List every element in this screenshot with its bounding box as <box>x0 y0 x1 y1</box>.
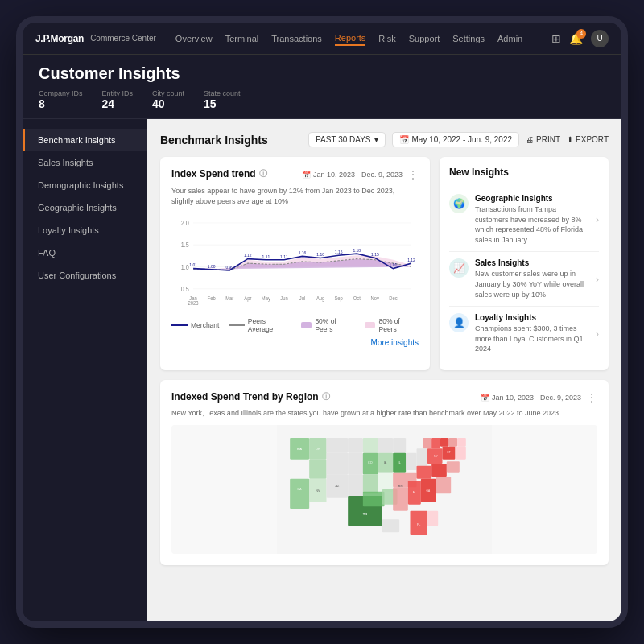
geographic-insight-heading: Geographic Insights <box>475 194 589 203</box>
svg-rect-63 <box>348 474 363 496</box>
stat-city-label: City count <box>152 89 184 97</box>
svg-text:1.01: 1.01 <box>189 262 197 268</box>
svg-rect-48 <box>457 438 466 447</box>
legend-50pct: 50% of Peers <box>301 317 355 333</box>
export-btn[interactable]: ⬆ EXPORT <box>567 135 609 144</box>
nav-overview[interactable]: Overview <box>175 32 213 45</box>
insight-item-geographic[interactable]: 🌍 Geographic Insights Transactions from … <box>449 188 599 252</box>
svg-rect-78 <box>427 511 438 526</box>
svg-rect-59 <box>456 447 466 460</box>
nav-support[interactable]: Support <box>409 32 440 45</box>
avatar[interactable]: U <box>591 30 609 47</box>
sales-insight-heading: Sales Insights <box>475 258 589 267</box>
indexed-spend-date: 📅 Jan 10, 2023 - Dec. 9, 2023 <box>481 394 581 402</box>
sidebar-geographic-label: Geographic Insights <box>38 203 117 213</box>
content-area: Benchmark Insights PAST 30 DAYS ▾ 📅 May … <box>147 119 621 621</box>
svg-rect-43 <box>393 438 406 453</box>
svg-text:TX: TX <box>363 512 368 516</box>
spend-trend-card: Index Spend trend ⓘ 📅 Jan 10, 2023 - Dec… <box>160 157 430 370</box>
sidebar-item-geographic[interactable]: Geographic Insights <box>23 196 147 219</box>
spend-trend-header: Index Spend trend ⓘ 📅 Jan 10, 2023 - Dec… <box>171 168 419 181</box>
new-insights-title: New Insights <box>449 167 599 178</box>
svg-text:CT: CT <box>447 451 450 454</box>
stat-city-value: 40 <box>152 97 184 110</box>
svg-rect-39 <box>327 438 349 453</box>
svg-rect-69 <box>447 461 460 472</box>
svg-text:1.11: 1.11 <box>262 254 270 259</box>
svg-rect-55 <box>406 453 416 470</box>
more-insights-link[interactable]: More insights <box>171 338 419 347</box>
svg-text:1.18: 1.18 <box>353 248 361 254</box>
sidebar-item-sales[interactable]: Sales Insights <box>23 151 147 174</box>
sidebar-item-demographic[interactable]: Demographic Insights <box>23 174 147 196</box>
svg-text:Feb: Feb <box>208 295 216 302</box>
sidebar-loyalty-label: Loyalty Insights <box>38 225 99 235</box>
us-map-container: WA OR CA NV AZ TX CO IA IL NY CT MS AL G… <box>171 425 597 554</box>
svg-rect-71 <box>363 492 385 507</box>
legend-peers-line <box>229 324 244 326</box>
svg-text:2.0: 2.0 <box>181 220 190 228</box>
svg-text:Nov: Nov <box>371 295 380 302</box>
insight-item-sales[interactable]: 📈 Sales Insights New customer sales were… <box>449 252 599 307</box>
svg-rect-64 <box>363 474 378 493</box>
svg-rect-56 <box>417 448 427 465</box>
svg-text:IL: IL <box>398 461 401 464</box>
insight-item-loyalty[interactable]: 👤 Loyalty Insights Champions spent $300,… <box>449 307 599 361</box>
nav-risk[interactable]: Risk <box>378 32 395 45</box>
page-header: Customer Insights Company IDs 8 Entity I… <box>23 55 621 119</box>
brand: J.P.Morgan Commerce Center <box>35 33 156 44</box>
three-dot-menu[interactable]: ⋮ <box>407 168 419 181</box>
sidebar-item-faq[interactable]: FAQ <box>23 242 147 264</box>
stats-row: Company IDs 8 Entity IDs 24 City count 4… <box>39 89 605 110</box>
benchmark-title: Benchmark Insights <box>160 134 268 147</box>
svg-text:Oct: Oct <box>353 295 361 302</box>
sidebar-item-loyalty[interactable]: Loyalty Insights <box>23 219 147 242</box>
export-icon: ⬆ <box>567 135 573 144</box>
svg-rect-65 <box>378 473 394 492</box>
sales-insight-text: New customer sales were up in January by… <box>475 269 589 299</box>
svg-rect-67 <box>417 466 432 479</box>
svg-rect-44 <box>423 438 432 448</box>
sidebar-item-user-config[interactable]: User Configurations <box>23 264 147 287</box>
sales-chevron-icon: › <box>596 274 599 285</box>
section-controls: PAST 30 DAYS ▾ 📅 May 10, 2022 - Jun. 9, … <box>308 132 609 147</box>
svg-text:WA: WA <box>297 448 302 451</box>
svg-text:Dec: Dec <box>389 295 398 302</box>
nav-transactions[interactable]: Transactions <box>271 32 322 45</box>
sidebar-item-benchmark[interactable]: Benchmark Insights <box>23 129 147 151</box>
svg-rect-50 <box>327 453 349 475</box>
svg-text:1.5: 1.5 <box>181 242 190 250</box>
top-nav: J.P.Morgan Commerce Center Overview Term… <box>23 23 621 55</box>
print-btn[interactable]: 🖨 PRINT <box>526 135 560 144</box>
nav-reports[interactable]: Reports <box>335 31 366 46</box>
date-picker-label: May 10, 2022 - Jun. 9, 2022 <box>412 135 513 144</box>
calendar-map-icon: 📅 <box>481 394 489 402</box>
info-icon[interactable]: ⓘ <box>259 168 267 180</box>
map-three-dot-menu[interactable]: ⋮ <box>586 391 597 404</box>
loyalty-insight-icon: 👤 <box>449 313 469 332</box>
nav-links: Overview Terminal Transactions Reports R… <box>175 31 551 46</box>
indexed-spend-header: Indexed Spend Trend by Region ⓘ 📅 Jan 10… <box>171 391 597 404</box>
date-range-btn[interactable]: PAST 30 DAYS ▾ <box>308 132 385 147</box>
nav-admin[interactable]: Admin <box>497 32 522 45</box>
svg-rect-49 <box>309 460 326 479</box>
legend-peers-avg: Peers Average <box>229 317 291 333</box>
loyalty-insight-text: Champions spent $300, 3 times more than … <box>475 324 589 354</box>
notification-icon[interactable]: 🔔4 <box>569 32 583 45</box>
legend-50pct-box <box>301 322 312 328</box>
sidebar-userconfig-label: User Configurations <box>38 270 116 280</box>
svg-text:1.16: 1.16 <box>299 250 307 256</box>
main-layout: Benchmark Insights Sales Insights Demogr… <box>23 119 621 621</box>
date-picker-btn[interactable]: 📅 May 10, 2022 - Jun. 9, 2022 <box>392 132 520 147</box>
legend-merchant-line <box>171 324 188 326</box>
nav-settings[interactable]: Settings <box>452 32 485 45</box>
svg-text:1.0: 1.0 <box>181 263 190 271</box>
svg-text:1.01: 1.01 <box>390 262 398 268</box>
svg-text:Aug: Aug <box>316 295 325 303</box>
svg-text:1.00: 1.00 <box>208 263 216 269</box>
nav-terminal[interactable]: Terminal <box>225 32 259 45</box>
indexed-info-icon[interactable]: ⓘ <box>322 391 330 402</box>
svg-text:Jul: Jul <box>299 295 306 302</box>
grid-icon[interactable]: ⊞ <box>551 32 561 45</box>
spend-trend-date: 📅 Jan 10, 2023 - Dec. 9, 2023 <box>302 171 402 179</box>
